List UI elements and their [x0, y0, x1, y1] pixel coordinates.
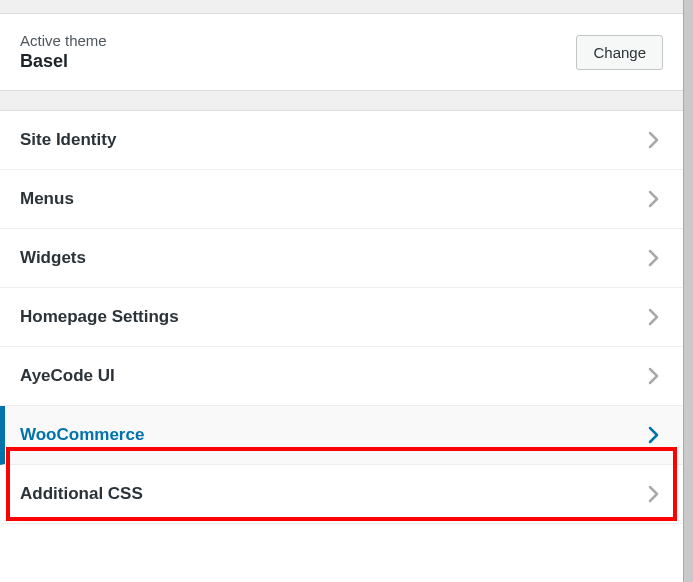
chevron-right-icon [643, 248, 663, 268]
menu-item-label: Widgets [20, 248, 86, 268]
menu-item-ayecode-ui[interactable]: AyeCode UI [0, 347, 683, 406]
chevron-right-icon [643, 425, 663, 445]
menu-item-label: Menus [20, 189, 74, 209]
theme-name: Basel [20, 51, 107, 72]
menu-item-widgets[interactable]: Widgets [0, 229, 683, 288]
menu-item-label: Site Identity [20, 130, 116, 150]
top-gap [0, 0, 683, 14]
menu-item-label: Additional CSS [20, 484, 143, 504]
chevron-right-icon [643, 484, 663, 504]
menu-item-menus[interactable]: Menus [0, 170, 683, 229]
menu-item-homepage-settings[interactable]: Homepage Settings [0, 288, 683, 347]
chevron-right-icon [643, 366, 663, 386]
menu-item-label: AyeCode UI [20, 366, 115, 386]
menu-item-woocommerce[interactable]: WooCommerce [0, 406, 683, 465]
customizer-header: Active theme Basel Change [0, 14, 683, 91]
menu-item-additional-css[interactable]: Additional CSS [0, 465, 683, 524]
chevron-right-icon [643, 130, 663, 150]
customizer-menu-list: Site Identity Menus Widgets Homepage Set… [0, 111, 683, 524]
menu-item-site-identity[interactable]: Site Identity [0, 111, 683, 170]
chevron-right-icon [643, 189, 663, 209]
menu-item-label: Homepage Settings [20, 307, 179, 327]
change-theme-button[interactable]: Change [576, 35, 663, 70]
active-theme-label: Active theme [20, 32, 107, 49]
vertical-scrollbar[interactable] [683, 0, 693, 582]
theme-info: Active theme Basel [20, 32, 107, 72]
section-spacer [0, 91, 683, 111]
menu-item-label: WooCommerce [20, 425, 144, 445]
chevron-right-icon [643, 307, 663, 327]
